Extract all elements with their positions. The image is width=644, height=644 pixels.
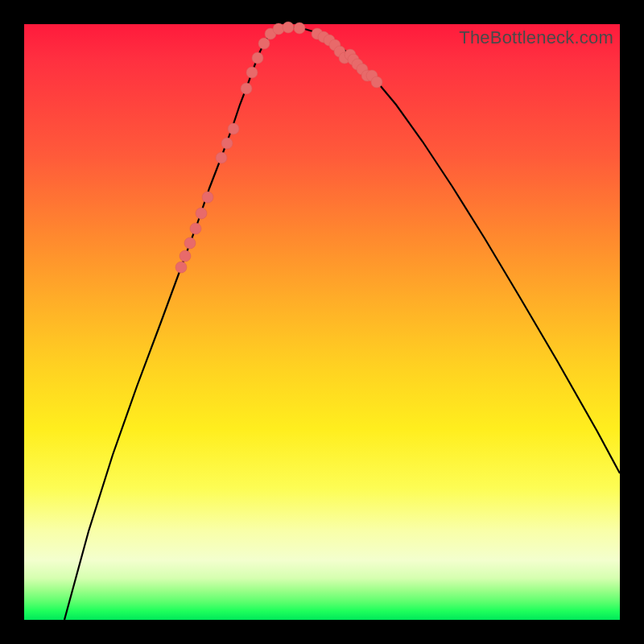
- bead-icon: [216, 152, 227, 163]
- bead-icon: [252, 52, 263, 64]
- chart-frame: TheBottleneck.com: [0, 0, 644, 644]
- chart-plot-area: TheBottleneck.com: [24, 24, 620, 620]
- beads-group: [175, 22, 382, 273]
- bead-icon: [228, 123, 239, 134]
- bead-icon: [221, 138, 233, 149]
- bead-icon: [184, 237, 196, 249]
- bead-icon: [196, 208, 207, 219]
- bead-icon: [294, 23, 305, 34]
- bead-icon: [273, 23, 284, 35]
- bead-icon: [258, 38, 270, 49]
- bottleneck-curve: [24, 24, 620, 620]
- curve-path: [64, 27, 620, 620]
- bead-icon: [241, 83, 252, 94]
- bead-icon: [175, 262, 187, 273]
- bead-icon: [371, 76, 382, 88]
- bead-icon: [180, 250, 191, 262]
- bead-icon: [283, 22, 294, 33]
- bead-icon: [202, 192, 213, 203]
- bead-icon: [246, 67, 258, 78]
- bead-icon: [190, 223, 201, 234]
